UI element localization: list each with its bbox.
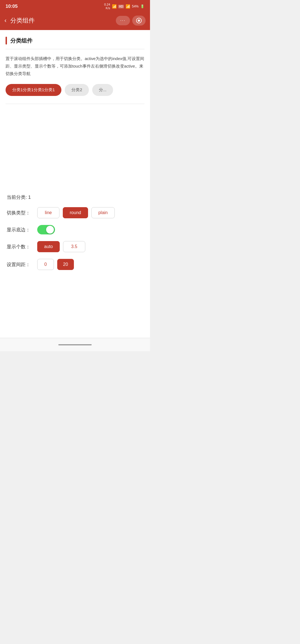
set-spacing-row: 设置间距： 0 20	[7, 259, 143, 270]
bottom-nav	[0, 338, 150, 351]
empty-area	[0, 111, 150, 189]
record-button[interactable]	[132, 16, 146, 26]
section-divider	[6, 49, 144, 49]
current-category-value: 1	[28, 195, 31, 200]
main-content: 分类组件 置于滚动组件头部插槽中，用于切换分类。active为选中的index值…	[0, 30, 150, 111]
battery-percent: 54%	[132, 4, 139, 8]
set-spacing-options: 0 20	[37, 259, 74, 270]
show-count-options: auto 3.5	[37, 241, 85, 252]
show-count-3-5[interactable]: 3.5	[63, 241, 85, 252]
content-bottom-divider	[6, 104, 144, 104]
section-indicator	[6, 37, 7, 44]
network-speed: 0.24K/s	[104, 3, 110, 10]
switch-type-line[interactable]: line	[37, 207, 59, 218]
signal-icon: 📶	[126, 4, 130, 9]
tab-item-2[interactable]: 分...	[92, 84, 113, 96]
show-bottom-row: 显示底边：	[7, 225, 143, 234]
switch-type-row: 切换类型： line round plain	[7, 207, 143, 218]
switch-type-options: line round plain	[37, 207, 115, 218]
tab-item-1[interactable]: 分类2	[65, 84, 89, 96]
spacing-20[interactable]: 20	[57, 259, 74, 270]
description-text: 置于滚动组件头部插槽中，用于切换分类。active为选中的index值,可设置间…	[6, 55, 144, 77]
spacing-0[interactable]: 0	[37, 259, 54, 270]
app-bar-actions: ···	[116, 16, 146, 26]
status-icons: 0.24K/s 📶 HD 📶 54% 🔋	[104, 3, 144, 10]
app-bar: ‹ 分类组件 ···	[0, 12, 150, 29]
hd-badge: HD	[118, 5, 124, 8]
controls-section: 切换类型： line round plain 显示底边： 显示个数： auto …	[0, 202, 150, 282]
switch-type-round[interactable]: round	[63, 207, 88, 218]
switch-type-label: 切换类型：	[7, 210, 37, 216]
wifi-icon: 📶	[112, 4, 117, 9]
status-bar: 10:05 0.24K/s 📶 HD 📶 54% 🔋	[0, 0, 150, 12]
set-spacing-label: 设置间距：	[7, 261, 37, 268]
app-bar-left: ‹ 分类组件	[4, 16, 35, 25]
nav-home-indicator	[58, 344, 92, 345]
section-title: 分类组件	[10, 37, 32, 44]
back-button[interactable]: ‹	[4, 17, 6, 24]
tab-item-0[interactable]: 分类1分类1分类1分类1	[6, 84, 61, 96]
switch-type-plain[interactable]: plain	[91, 207, 115, 218]
record-circle-icon	[136, 18, 142, 23]
record-dot-icon	[138, 19, 140, 22]
app-bar-title: 分类组件	[10, 16, 35, 25]
show-bottom-toggle[interactable]	[37, 225, 55, 234]
current-category-row: 当前分类: 1	[0, 189, 150, 202]
battery-icon: 🔋	[140, 4, 144, 8]
show-bottom-label: 显示底边：	[7, 227, 37, 233]
section-header: 分类组件	[6, 37, 144, 44]
status-time: 10:05	[6, 4, 18, 9]
bottom-spacer	[0, 282, 150, 338]
more-button[interactable]: ···	[116, 16, 130, 25]
toggle-knob	[46, 226, 54, 234]
show-count-auto[interactable]: auto	[37, 241, 60, 252]
category-tabs: 分类1分类1分类1分类1 分类2 分...	[6, 84, 144, 97]
current-category-label: 当前分类:	[7, 195, 27, 200]
show-count-label: 显示个数：	[7, 244, 37, 250]
show-count-row: 显示个数： auto 3.5	[7, 241, 143, 252]
